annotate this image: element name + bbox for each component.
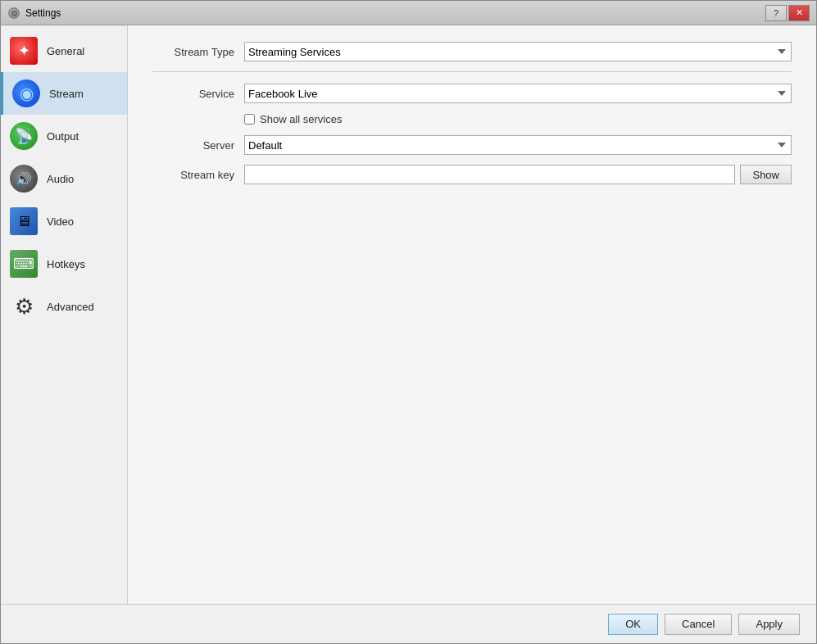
divider-1 xyxy=(152,71,792,72)
sidebar-label-output: Output xyxy=(47,130,79,143)
service-label: Service xyxy=(152,88,234,100)
main-content: Stream Type Streaming ServicesCustom RTM… xyxy=(128,25,816,604)
ok-button[interactable]: OK xyxy=(608,614,658,635)
server-label: Server xyxy=(152,139,234,152)
window-icon: ⚙ xyxy=(7,7,20,20)
stream-type-row: Stream Type Streaming ServicesCustom RTM… xyxy=(152,42,792,61)
service-select[interactable]: Facebook LiveTwitchYouTube / YouTube Gam… xyxy=(244,84,792,103)
settings-window: ⚙ Settings ? ✕ General Stream xyxy=(0,0,817,644)
video-icon xyxy=(9,206,39,236)
stream-type-label: Stream Type xyxy=(152,46,234,58)
sidebar-item-general[interactable]: General xyxy=(1,29,127,72)
output-icon xyxy=(9,121,39,151)
show-all-services-row: Show all services xyxy=(244,113,792,125)
window-title: Settings xyxy=(25,7,765,19)
sidebar-item-output[interactable]: Output xyxy=(1,115,127,157)
hotkeys-icon xyxy=(9,249,39,279)
close-button[interactable]: ✕ xyxy=(788,5,810,21)
title-bar-buttons: ? ✕ xyxy=(765,5,810,21)
sidebar-item-video[interactable]: Video xyxy=(1,200,127,243)
stream-icon xyxy=(11,79,41,108)
apply-button[interactable]: Apply xyxy=(738,614,800,635)
sidebar-label-audio: Audio xyxy=(47,173,74,185)
show-stream-key-button[interactable]: Show xyxy=(740,165,792,184)
sidebar-label-general: General xyxy=(47,45,84,57)
window-body: General Stream Output Audio xyxy=(1,25,816,604)
help-button[interactable]: ? xyxy=(765,5,787,21)
sidebar-item-hotkeys[interactable]: Hotkeys xyxy=(1,243,127,285)
sidebar-label-video: Video xyxy=(47,215,74,228)
server-control: Default xyxy=(244,135,792,155)
sidebar-label-advanced: Advanced xyxy=(47,301,94,313)
show-all-services-label: Show all services xyxy=(260,113,342,125)
sidebar-item-stream[interactable]: Stream xyxy=(1,72,127,115)
content-area: Stream Type Streaming ServicesCustom RTM… xyxy=(128,25,816,211)
stream-type-select[interactable]: Streaming ServicesCustom RTMP ServerFile… xyxy=(244,42,792,61)
sidebar: General Stream Output Audio xyxy=(1,25,128,604)
stream-key-label: Stream key xyxy=(152,169,234,181)
stream-key-control: Show xyxy=(244,165,792,184)
footer: OK Cancel Apply xyxy=(1,604,816,643)
show-all-services-checkbox[interactable] xyxy=(244,114,255,125)
stream-key-input[interactable] xyxy=(244,165,735,184)
service-row: Service Facebook LiveTwitchYouTube / You… xyxy=(152,84,792,103)
service-control: Facebook LiveTwitchYouTube / YouTube Gam… xyxy=(244,84,792,103)
stream-type-control: Streaming ServicesCustom RTMP ServerFile… xyxy=(244,42,792,61)
sidebar-item-advanced[interactable]: Advanced xyxy=(1,285,127,328)
sidebar-label-stream: Stream xyxy=(49,88,84,100)
general-icon xyxy=(9,36,39,66)
advanced-icon xyxy=(9,292,39,321)
sidebar-label-hotkeys: Hotkeys xyxy=(47,258,85,270)
svg-text:⚙: ⚙ xyxy=(11,9,18,18)
stream-key-row: Stream key Show xyxy=(152,165,792,184)
server-select[interactable]: Default xyxy=(244,135,792,155)
audio-icon xyxy=(9,164,39,193)
title-bar: ⚙ Settings ? ✕ xyxy=(1,1,816,25)
sidebar-item-audio[interactable]: Audio xyxy=(1,157,127,200)
server-row: Server Default xyxy=(152,135,792,155)
cancel-button[interactable]: Cancel xyxy=(665,614,732,635)
